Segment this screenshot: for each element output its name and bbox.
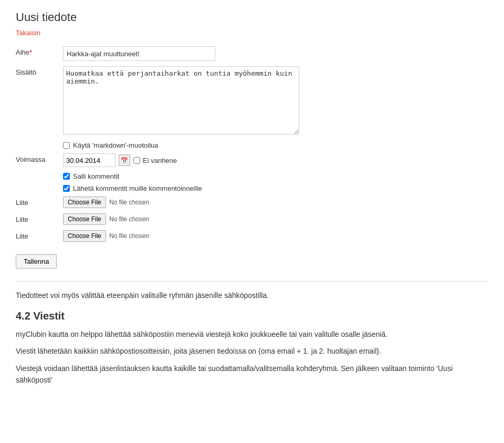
laheta-kommentit-row: Lähetä kommentit muille kommentoinneille xyxy=(63,184,488,192)
choose-file-button-2[interactable]: Choose File xyxy=(63,213,106,225)
laheta-kommentit-label: Lähetä kommentit muille kommentoinneille xyxy=(73,184,202,192)
new-notice-form: Aihe* Sisältö Huomatkaa että perjantaiha… xyxy=(16,46,488,272)
ei-vanhene-checkbox[interactable] xyxy=(133,157,140,164)
voimassa-wrap: 📅 Ei vanhene xyxy=(63,153,488,167)
voimassa-row: Voimassa 📅 Ei vanhene xyxy=(16,153,488,167)
salli-kommentit-checkbox[interactable] xyxy=(63,173,70,180)
section-paragraph-1: myClubin kautta on helppo lähettää sähkö… xyxy=(16,328,488,340)
aihe-label: Aihe* xyxy=(16,46,63,56)
liite-row-1: Liite Choose File No file chosen xyxy=(16,197,488,208)
sisalto-textarea[interactable]: Huomatkaa että perjantaiharkat on tuntia… xyxy=(63,66,299,135)
liite-label-3: Liite xyxy=(16,230,63,240)
liite-wrap-3: Choose File No file chosen xyxy=(63,230,488,242)
back-link[interactable]: Takaisin xyxy=(16,29,40,37)
sisalto-row: Sisältö Huomatkaa että perjantaiharkat o… xyxy=(16,66,488,136)
liite-label-2: Liite xyxy=(16,213,63,223)
ei-vanhene-wrap: Ei vanhene xyxy=(133,157,177,164)
calendar-button[interactable]: 📅 xyxy=(119,154,130,166)
markdown-label: Käytä 'markdown'-muotoilua xyxy=(73,141,158,149)
section-heading: 4.2 Viestit xyxy=(16,310,488,322)
voimassa-date-input[interactable] xyxy=(63,153,116,167)
ei-vanhene-label: Ei vanhene xyxy=(143,157,177,164)
aihe-input-wrap xyxy=(63,46,488,61)
page-title: Uusi tiedote xyxy=(16,11,488,24)
sisalto-input-wrap: Huomatkaa että perjantaiharkat on tuntia… xyxy=(63,66,488,136)
liite-wrap-2: Choose File No file chosen xyxy=(63,213,488,225)
salli-kommentit-row: Salli kommentit xyxy=(63,172,488,180)
no-file-text-2: No file chosen xyxy=(109,215,149,223)
liite-label-1: Liite xyxy=(16,197,63,207)
section-title: Viestit xyxy=(33,310,65,322)
section-number: 4.2 xyxy=(16,310,30,322)
section-paragraph-2: Viestit lähetetään kaikkiin sähköpostios… xyxy=(16,345,488,357)
aihe-row: Aihe* xyxy=(16,46,488,61)
no-file-text-1: No file chosen xyxy=(109,199,149,206)
markdown-checkbox[interactable] xyxy=(63,142,70,149)
save-button[interactable]: Tallenna xyxy=(16,254,57,269)
liite-wrap-1: Choose File No file chosen xyxy=(63,197,488,208)
calendar-icon: 📅 xyxy=(121,157,128,164)
markdown-row: Käytä 'markdown'-muotoilua xyxy=(63,141,488,149)
info-text: Tiedotteet voi myös välittää eteenpäin v… xyxy=(16,291,488,300)
voimassa-label: Voimassa xyxy=(16,153,63,163)
liite-row-2: Liite Choose File No file chosen xyxy=(16,213,488,225)
salli-kommentit-label: Salli kommentit xyxy=(73,172,119,180)
no-file-text-3: No file chosen xyxy=(109,232,149,240)
section-paragraph-3: Viestejä voidaan lähettää jäsenlistaukse… xyxy=(16,363,488,386)
sisalto-label: Sisältö xyxy=(16,66,63,76)
liite-row-3: Liite Choose File No file chosen xyxy=(16,230,488,242)
choose-file-button-1[interactable]: Choose File xyxy=(63,197,106,208)
laheta-kommentit-checkbox[interactable] xyxy=(63,185,70,192)
choose-file-button-3[interactable]: Choose File xyxy=(63,230,106,242)
aihe-input[interactable] xyxy=(63,46,215,61)
section-divider xyxy=(16,281,488,282)
